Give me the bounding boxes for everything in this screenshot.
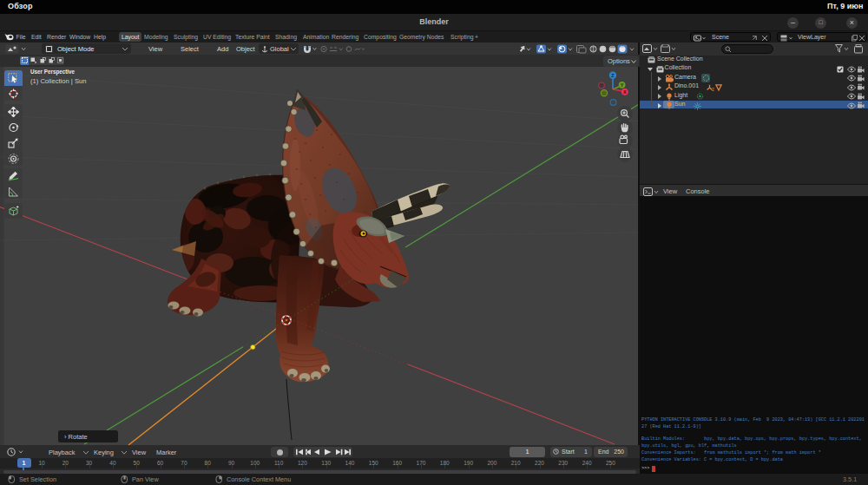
- svg-text:X: X: [623, 89, 627, 95]
- svg-text:› Rotate: › Rotate: [64, 433, 88, 441]
- svg-text:(1) Collection | Sun: (1) Collection | Sun: [30, 77, 86, 85]
- svg-text:User Perspective: User Perspective: [30, 69, 76, 75]
- svg-text:Y: Y: [621, 82, 624, 88]
